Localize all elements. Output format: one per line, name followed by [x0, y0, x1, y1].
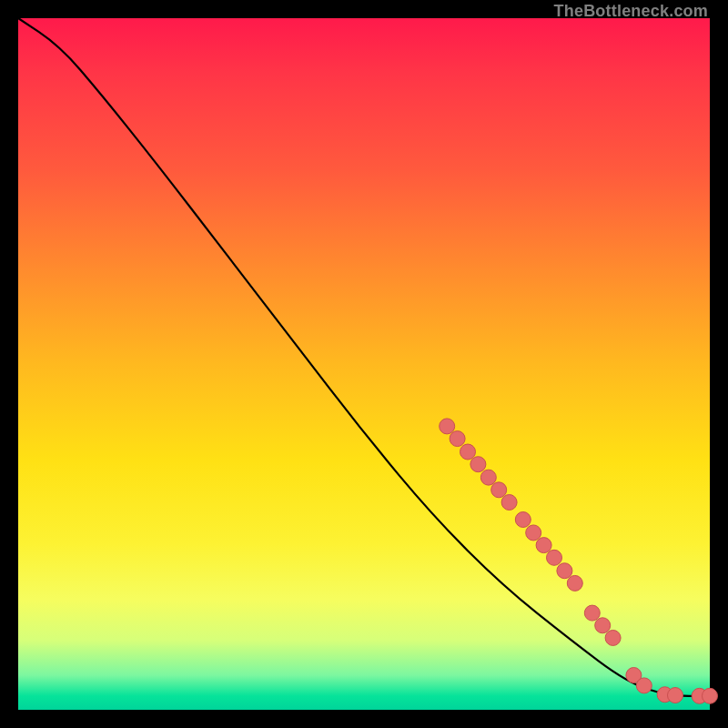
chart-frame: TheBottleneck.com	[0, 0, 728, 728]
data-curve	[18, 18, 710, 696]
chart-svg	[18, 18, 710, 710]
data-point	[501, 495, 517, 511]
data-point	[636, 678, 652, 693]
data-point	[595, 618, 611, 633]
data-point	[480, 470, 496, 485]
data-point	[557, 563, 572, 579]
data-point	[536, 538, 551, 553]
data-point	[450, 431, 465, 447]
data-point	[440, 419, 455, 434]
data-point	[526, 525, 541, 541]
data-point	[703, 688, 718, 703]
data-point	[567, 575, 582, 591]
data-point	[547, 550, 562, 565]
data-point	[470, 457, 486, 472]
data-points	[440, 419, 718, 703]
data-point	[515, 512, 531, 528]
data-point	[584, 605, 600, 621]
data-point	[605, 630, 621, 645]
data-point	[460, 444, 476, 460]
plot-area	[18, 18, 710, 710]
data-point	[491, 482, 507, 498]
data-point	[668, 688, 683, 703]
